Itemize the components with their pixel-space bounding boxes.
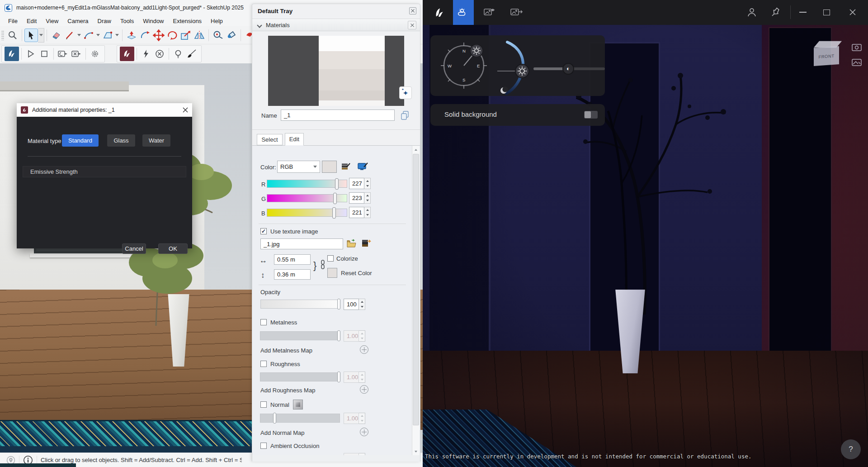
sun-elevation-arc[interactable] — [494, 38, 537, 97]
rectangle-tool-dropdown[interactable] — [114, 29, 120, 42]
help-button[interactable]: ? — [841, 439, 861, 459]
compass-widget[interactable]: N E S W — [439, 41, 489, 91]
colorize-checkbox[interactable] — [327, 255, 334, 262]
add-roughness-map-icon[interactable] — [360, 385, 368, 394]
texture-height-input[interactable]: 0.36 m — [274, 269, 311, 280]
material-preview[interactable]: ✦ ✦ — [268, 36, 404, 106]
viewport-render-button[interactable] — [56, 47, 70, 61]
ai-sparkle-icon[interactable]: ✦ ✦ — [399, 86, 412, 99]
line-tool-dropdown[interactable] — [76, 29, 82, 42]
channel-g-slider-handle[interactable] — [333, 193, 337, 204]
roughness-slider[interactable] — [260, 372, 340, 381]
material-type-water-button[interactable]: Water — [142, 134, 170, 147]
add-normal-map-icon[interactable] — [360, 428, 368, 436]
solid-background-toggle[interactable] — [584, 111, 598, 119]
opacity-slider[interactable] — [260, 300, 340, 309]
channel-r-input[interactable]: 227 — [349, 178, 364, 189]
followme-tool-icon[interactable] — [138, 29, 152, 42]
view-cube[interactable]: FRONT — [814, 40, 842, 67]
metalness-slider-handle[interactable] — [337, 330, 340, 341]
menu-tools[interactable]: Tools — [116, 16, 138, 26]
cancel-button[interactable]: Cancel — [122, 243, 146, 254]
toolbar-grip[interactable] — [1, 30, 4, 40]
arc-tool-dropdown[interactable] — [95, 29, 101, 42]
scale-tool-icon[interactable] — [179, 29, 193, 42]
channel-r-slider[interactable] — [267, 180, 347, 188]
menu-file[interactable]: File — [4, 16, 22, 26]
texture-editor-icon[interactable] — [361, 238, 371, 248]
aspect-lock-link-icon[interactable] — [320, 260, 326, 270]
opacity-spinner[interactable] — [359, 299, 365, 310]
minimize-icon[interactable] — [797, 6, 809, 18]
channel-b-input[interactable]: 221 — [349, 207, 364, 218]
chevron-down-icon[interactable] — [257, 23, 262, 28]
render-stop-button[interactable] — [38, 47, 51, 61]
metalness-slider[interactable] — [260, 331, 340, 340]
rectangle-tool-icon[interactable] — [101, 29, 114, 42]
roughness-spinner[interactable] — [359, 372, 365, 383]
tab-edit[interactable]: Edit — [285, 133, 304, 146]
disable-lights-icon[interactable] — [153, 47, 166, 61]
normal-slider-handle[interactable] — [273, 413, 276, 424]
channel-r-slider-handle[interactable] — [335, 178, 339, 190]
dialog-close-icon[interactable] — [181, 106, 189, 114]
interactive-render-bolt-icon[interactable] — [139, 47, 153, 61]
metalness-checkbox[interactable] — [260, 319, 267, 325]
material-color-swatch[interactable] — [322, 161, 337, 173]
materials-section-header[interactable]: Materials — [252, 19, 420, 31]
menu-edit[interactable]: Edit — [22, 16, 41, 26]
opacity-input[interactable]: 100 — [344, 299, 359, 310]
channel-b-spinner[interactable] — [364, 207, 371, 218]
channel-g-slider[interactable] — [267, 194, 347, 202]
select-tool-dropdown[interactable] — [38, 28, 44, 43]
scrollbar-up-icon[interactable] — [412, 146, 420, 153]
channel-b-slider-handle[interactable] — [332, 207, 336, 219]
tray-close-icon[interactable] — [409, 7, 416, 14]
add-metalness-map-icon[interactable] — [360, 345, 368, 354]
opacity-slider-handle[interactable] — [337, 299, 340, 310]
channel-g-spinner[interactable] — [364, 192, 371, 204]
normal-checkbox[interactable] — [260, 401, 267, 408]
use-texture-checkbox[interactable]: ✓ — [260, 228, 267, 234]
line-tool-icon[interactable] — [63, 29, 76, 42]
material-type-glass-button[interactable]: Glass — [107, 134, 135, 147]
scrollbar-down-icon[interactable] — [412, 448, 420, 455]
flip-tool-icon[interactable] — [193, 29, 206, 42]
tab-select[interactable]: Select — [257, 134, 283, 145]
ambient-occlusion-checkbox[interactable] — [260, 443, 267, 449]
roughness-slider-handle[interactable] — [337, 372, 340, 382]
materials-close-icon[interactable] — [408, 21, 416, 29]
account-person-icon[interactable] — [746, 6, 758, 18]
export-image-tab[interactable] — [506, 0, 527, 25]
texture-file-input[interactable]: _1.jpg — [260, 238, 343, 249]
view-cube-front-face[interactable]: FRONT — [814, 46, 839, 66]
metalness-input[interactable]: 1.00 — [344, 330, 359, 342]
roughness-checkbox[interactable] — [260, 361, 267, 367]
normal-slider[interactable] — [260, 414, 340, 423]
roughness-input[interactable]: 1.00 — [344, 372, 359, 383]
camera-view-icon[interactable] — [851, 43, 863, 53]
rotate-tool-icon[interactable] — [165, 29, 179, 42]
normal-input[interactable]: 1.00 — [344, 413, 359, 424]
scrollbar-thumb[interactable] — [413, 154, 419, 425]
browse-texture-folder-icon[interactable] — [346, 239, 357, 248]
normal-spinner[interactable] — [359, 413, 365, 424]
render-play-button[interactable] — [24, 47, 38, 61]
close-window-icon[interactable] — [847, 6, 859, 18]
normal-map-preview-icon[interactable] — [293, 400, 303, 410]
metalness-spinner[interactable] — [359, 330, 365, 342]
texture-width-input[interactable]: 0.55 m — [274, 254, 311, 265]
tape-measure-tool-icon[interactable] — [211, 29, 225, 42]
eraser-tool-icon[interactable] — [49, 29, 63, 42]
emissive-strength-row[interactable]: Emissive Strength — [23, 166, 186, 177]
material-brush-icon[interactable] — [185, 47, 198, 61]
render-adjustments-tab[interactable] — [479, 0, 500, 25]
select-tool-button[interactable] — [24, 29, 38, 42]
paint-bucket-tool-icon[interactable] — [225, 29, 238, 42]
move-tool-icon[interactable] — [152, 29, 165, 42]
arc-tool-icon[interactable] — [82, 29, 95, 42]
menu-camera[interactable]: Camera — [63, 16, 93, 26]
sun-intensity-knob[interactable]: ◐ — [562, 63, 574, 75]
match-screen-color-icon[interactable] — [358, 162, 368, 172]
reset-color-swatch[interactable] — [327, 268, 337, 278]
